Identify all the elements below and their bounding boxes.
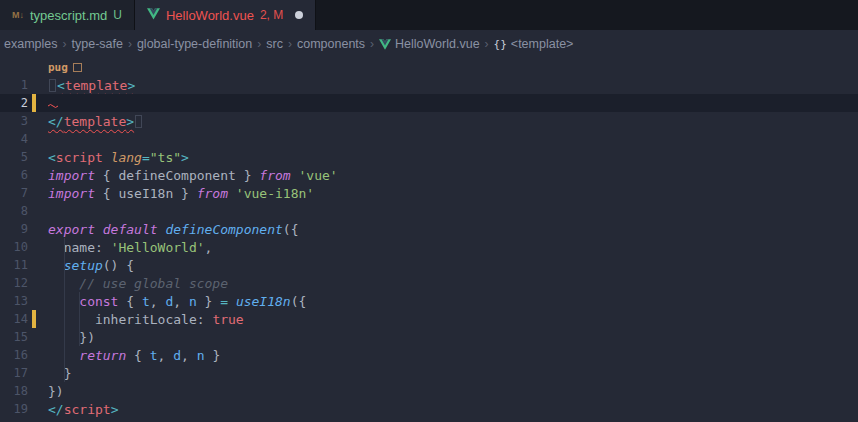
- breadcrumb: examples›type-safe›global-type-definitio…: [0, 30, 858, 58]
- tab-typescript-md[interactable]: M↓ typescript.md U: [0, 0, 135, 30]
- code-line: 15 }): [0, 328, 858, 346]
- code-token: >: [181, 150, 189, 165]
- code-token: }: [48, 366, 71, 381]
- code-token: =: [142, 150, 150, 165]
- line-number: 10: [0, 240, 28, 254]
- git-modified-gutter-bar: [32, 94, 36, 112]
- line-number: 16: [0, 348, 28, 362]
- breadcrumb-item[interactable]: type-safe: [72, 37, 123, 51]
- code-text: <script lang="ts">: [28, 150, 189, 165]
- breadcrumb-item[interactable]: src: [266, 37, 283, 51]
- tab-label: HelloWorld.vue: [166, 8, 254, 23]
- code-token: >: [111, 402, 119, 417]
- line-number: 15: [0, 330, 28, 344]
- vscode-window: M↓ typescript.md U HelloWorld.vue 2, M e…: [0, 0, 858, 422]
- code-line: 12 // use global scope: [0, 274, 858, 292]
- line-number: 18: [0, 384, 28, 398]
- code-token: n: [189, 294, 197, 309]
- code-token: {: [118, 294, 141, 309]
- breadcrumb-file[interactable]: HelloWorld.vue: [379, 37, 480, 51]
- code-token: }): [48, 330, 95, 345]
- code-text: // use global scope: [28, 276, 228, 291]
- code-token: script: [56, 150, 103, 165]
- editor[interactable]: pug 1<template>23</template>45<script la…: [0, 58, 858, 422]
- code-line: 9export default defineComponent({: [0, 220, 858, 238]
- code-token: { useI18n }: [95, 186, 197, 201]
- breadcrumb-symbol-label: <template>: [511, 37, 574, 51]
- code-token: 'vue': [298, 168, 337, 183]
- vue-icon: [379, 39, 391, 50]
- line-number: 8: [0, 204, 28, 218]
- code-token: default: [103, 222, 158, 237]
- ghost-box-icon: [49, 79, 56, 92]
- code-text: setup() {: [28, 258, 134, 273]
- code-line: 19</script>: [0, 400, 858, 418]
- code-token: </: [48, 114, 64, 129]
- code-text: <template>: [28, 78, 135, 93]
- code-line: 18}): [0, 382, 858, 400]
- code-line: 6import { defineComponent } from 'vue': [0, 166, 858, 184]
- tab-bar: M↓ typescript.md U HelloWorld.vue 2, M: [0, 0, 858, 30]
- code-token: <: [48, 150, 56, 165]
- line-number: 5: [0, 150, 28, 164]
- breadcrumb-item[interactable]: components: [297, 37, 365, 51]
- markdown-icon: M↓: [12, 9, 24, 22]
- code-token: true: [212, 312, 243, 327]
- code-line: 4: [0, 130, 858, 148]
- code-token: ,: [181, 348, 197, 363]
- code-token: ({: [283, 222, 299, 237]
- tab-helloworld-vue[interactable]: HelloWorld.vue 2, M: [135, 0, 316, 30]
- indent-guide: [64, 238, 65, 382]
- code-line: 11 setup() {: [0, 256, 858, 274]
- code-token: defineComponent: [165, 222, 282, 237]
- code-text: </template>: [28, 114, 143, 129]
- code-token: () {: [103, 258, 134, 273]
- breadcrumb-item[interactable]: global-type-definition: [137, 37, 252, 51]
- code-token: return: [79, 348, 126, 363]
- code-line: 3</template>: [0, 112, 858, 130]
- tab-label: typescript.md: [30, 8, 107, 23]
- code-token: from: [197, 186, 228, 201]
- code-token: }: [205, 348, 221, 363]
- code-token: =: [220, 294, 228, 309]
- code-text: const { t, d, n } = useI18n({: [28, 294, 306, 309]
- lens-box-icon: [73, 63, 82, 72]
- code-token: { defineComponent }: [95, 168, 259, 183]
- code-token: [95, 222, 103, 237]
- line-number: 2: [0, 96, 28, 110]
- code-token: // use global scope: [48, 276, 228, 291]
- unsaved-dot-icon[interactable]: [295, 11, 303, 19]
- code-line: 2: [0, 94, 858, 112]
- line-number: 4: [0, 132, 28, 146]
- code-line: 1<template>: [0, 76, 858, 94]
- code-text: inheritLocale: true: [28, 312, 244, 327]
- code-token: inheritLocale:: [48, 312, 212, 327]
- code-token: name:: [48, 240, 111, 255]
- code-token: }: [197, 294, 220, 309]
- code-token: lang: [111, 150, 142, 165]
- code-token: 'HelloWorld': [111, 240, 205, 255]
- chevron-right-icon: ›: [257, 37, 261, 51]
- code-token: t: [150, 348, 158, 363]
- code-token: </: [48, 402, 64, 417]
- lens-label: pug: [48, 61, 68, 74]
- code-line: 17 }: [0, 364, 858, 382]
- line-number: 6: [0, 168, 28, 182]
- line-number: 13: [0, 294, 28, 308]
- code-token: ,: [150, 294, 166, 309]
- line-number: 12: [0, 276, 28, 290]
- breadcrumb-symbol[interactable]: {}<template>: [494, 37, 574, 51]
- code-token: import: [48, 186, 95, 201]
- git-status-badge: U: [113, 8, 122, 22]
- code-token: [48, 258, 64, 273]
- code-token: d: [173, 348, 181, 363]
- code-area: 1<template>23</template>45<script lang="…: [0, 76, 858, 418]
- code-token: ,: [173, 294, 189, 309]
- breadcrumb-item[interactable]: examples: [4, 37, 58, 51]
- code-token: n: [197, 348, 205, 363]
- code-token: ({: [291, 294, 307, 309]
- code-token: [228, 294, 236, 309]
- indent-guide: [79, 292, 80, 346]
- line-number: 19: [0, 402, 28, 416]
- template-lang-lens[interactable]: pug: [0, 58, 858, 76]
